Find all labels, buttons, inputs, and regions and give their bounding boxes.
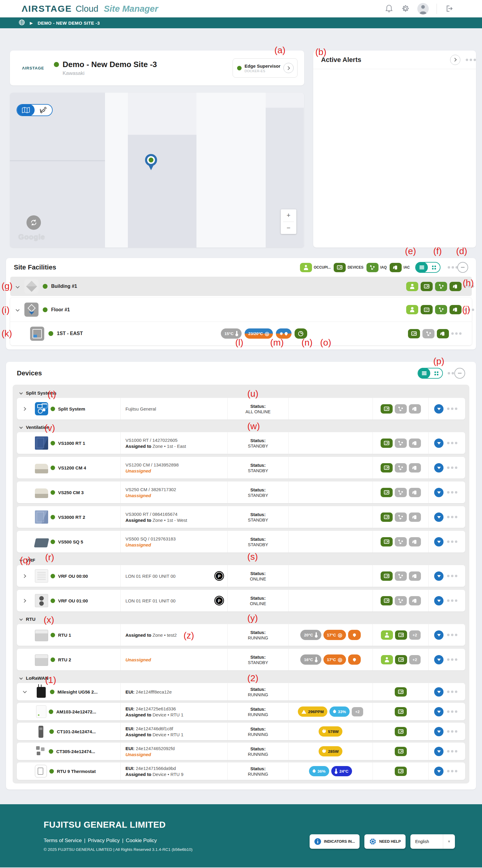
map-view-icon[interactable] (17, 104, 35, 116)
list-view-icon[interactable] (416, 262, 428, 273)
device-row-vs500[interactable]: VS500 SQ 5 VS500 SQ / 0129763183 Unassig… (17, 531, 465, 553)
iac-icon[interactable] (409, 537, 421, 547)
iaq-icon[interactable] (395, 404, 407, 413)
globe-icon[interactable] (19, 19, 25, 27)
floor-more-menu[interactable] (464, 309, 466, 311)
device-row-ct305[interactable]: CT305-24e12474... EUI: 24e12474652092fd … (17, 743, 465, 760)
devices-icon[interactable] (395, 767, 407, 776)
row-expand-chevron[interactable] (22, 599, 26, 603)
device-row-rtu-1[interactable]: RTU 1 Assigned to Zone • test2 Status:RU… (17, 624, 465, 646)
zone-more-menu[interactable] (451, 332, 454, 335)
iaq-icon[interactable] (395, 463, 407, 472)
iac-icon[interactable] (409, 438, 421, 448)
iac-icon[interactable] (409, 513, 421, 522)
row-dropdown-button[interactable] (434, 513, 444, 522)
devices-icon[interactable] (395, 747, 407, 756)
row-more-menu[interactable] (447, 491, 450, 494)
row-dropdown-button[interactable] (434, 488, 444, 497)
occupancy-icon[interactable] (381, 655, 393, 664)
row-dropdown-button[interactable] (434, 767, 444, 776)
iac-icon[interactable] (409, 596, 421, 606)
facility-row-floor[interactable]: Floor #1 (10, 298, 472, 322)
site-map-pin[interactable] (145, 154, 157, 171)
row-dropdown-button[interactable] (434, 707, 444, 716)
group-ventilation[interactable]: Ventilation (17, 423, 465, 432)
row-dropdown-button[interactable] (434, 438, 444, 448)
occupancy-icon[interactable] (406, 282, 418, 291)
devices-icon[interactable] (395, 727, 407, 736)
alerts-expand-button[interactable] (450, 55, 460, 65)
iaq-icon[interactable] (395, 596, 407, 606)
row-more-menu[interactable] (447, 690, 450, 693)
device-row-rtu9-thermostat[interactable]: RTU 9 Thermostat EUI: 24e12471566da9bd A… (17, 763, 465, 780)
devices-icon[interactable] (381, 537, 393, 547)
map-refresh-button[interactable] (27, 215, 41, 230)
row-more-menu[interactable] (447, 540, 450, 543)
group-split-systems[interactable]: Split Systems (17, 388, 465, 398)
devices-icon[interactable] (395, 630, 407, 640)
edge-supervisor-button[interactable]: Edge Supervisor DOCKER-ES (233, 58, 298, 78)
device-row-split-system[interactable]: Split System Fujitsu General Status:ALL … (17, 398, 465, 420)
row-more-menu[interactable] (447, 407, 450, 410)
privacy-link[interactable]: Privacy Policy (88, 838, 120, 843)
site-map[interactable]: Google + − (10, 93, 304, 248)
facility-row-building[interactable]: Building #1 (10, 277, 472, 296)
row-dropdown-button[interactable] (434, 630, 444, 640)
satellite-view-icon[interactable] (35, 104, 52, 116)
iac-icon[interactable] (450, 305, 461, 314)
need-help-button[interactable]: NEED HELP (364, 834, 405, 849)
row-more-menu[interactable] (447, 599, 450, 602)
device-row-rtu-2[interactable]: RTU 2 Unassigned Status:STANDBY 16°C 17°… (17, 649, 465, 671)
grid-view-icon[interactable] (428, 262, 440, 273)
more-count-badge[interactable]: +2 (409, 655, 421, 664)
iac-icon[interactable] (409, 571, 421, 581)
row-more-menu[interactable] (447, 770, 450, 772)
devices-icon[interactable] (381, 438, 393, 448)
group-rtu[interactable]: RTU (17, 615, 465, 624)
row-more-menu[interactable] (447, 730, 450, 733)
building-expand-chevron[interactable] (16, 284, 20, 288)
row-dropdown-button[interactable] (434, 537, 444, 547)
iaq-icon[interactable] (395, 438, 407, 448)
floor-expand-chevron[interactable] (16, 308, 20, 312)
more-count-badge[interactable]: +2 (409, 630, 421, 640)
row-more-menu[interactable] (447, 575, 450, 577)
row-more-menu[interactable] (447, 516, 450, 518)
breadcrumb-site-name[interactable]: DEMO - NEW DEMO SITE -3 (38, 21, 100, 26)
notifications-bell-icon[interactable] (385, 4, 393, 13)
logout-icon[interactable] (445, 4, 453, 13)
iaq-icon[interactable] (395, 513, 407, 522)
row-expand-chevron[interactable] (22, 407, 26, 411)
device-row-vs1000[interactable]: VS1000 RT 1 VS1000 RT / 1427022605 Assig… (17, 432, 465, 454)
user-avatar[interactable] (417, 3, 429, 14)
iac-icon[interactable] (437, 329, 449, 338)
iac-icon[interactable] (450, 282, 461, 291)
group-lorawan[interactable]: LoRaWAN (17, 673, 465, 683)
facilities-view-toggle[interactable] (415, 262, 441, 273)
terms-link[interactable]: Terms of Service (43, 838, 82, 843)
devices-icon[interactable] (421, 305, 433, 314)
indicators-info-button[interactable]: INDICATORS IN... (310, 834, 360, 849)
iaq-icon[interactable] (395, 571, 407, 581)
group-vrf[interactable]: VRF (17, 556, 465, 565)
device-row-vrf-ou-00[interactable]: VRF OU 00:00 LON 01 REF 00 UNIT 00 P Sta… (17, 565, 465, 587)
building-more-menu[interactable] (464, 285, 466, 287)
iac-icon[interactable] (409, 463, 421, 472)
facility-row-zone[interactable]: 1ST - EAST 15°C 23/20°C◎ ❄ (10, 322, 472, 345)
row-more-menu[interactable] (447, 658, 450, 661)
more-count-badge[interactable]: +2 (352, 707, 363, 716)
row-dropdown-button[interactable] (434, 727, 444, 736)
device-row-milesight-gateway[interactable]: Milesight UG56 2... EUI: 24e124fff8eca12… (17, 683, 465, 701)
devices-view-toggle[interactable] (418, 368, 443, 379)
iaq-icon[interactable] (395, 537, 407, 547)
row-dropdown-button[interactable] (434, 571, 444, 581)
row-dropdown-button[interactable] (434, 655, 444, 664)
devices-icon[interactable] (381, 463, 393, 472)
devices-icon[interactable] (381, 571, 393, 581)
iaq-icon[interactable] (435, 282, 447, 291)
iac-icon[interactable] (409, 488, 421, 497)
devices-icon[interactable] (421, 282, 433, 291)
row-more-menu[interactable] (447, 750, 450, 752)
devices-icon[interactable] (381, 513, 393, 522)
facilities-collapse-button[interactable] (457, 262, 468, 273)
